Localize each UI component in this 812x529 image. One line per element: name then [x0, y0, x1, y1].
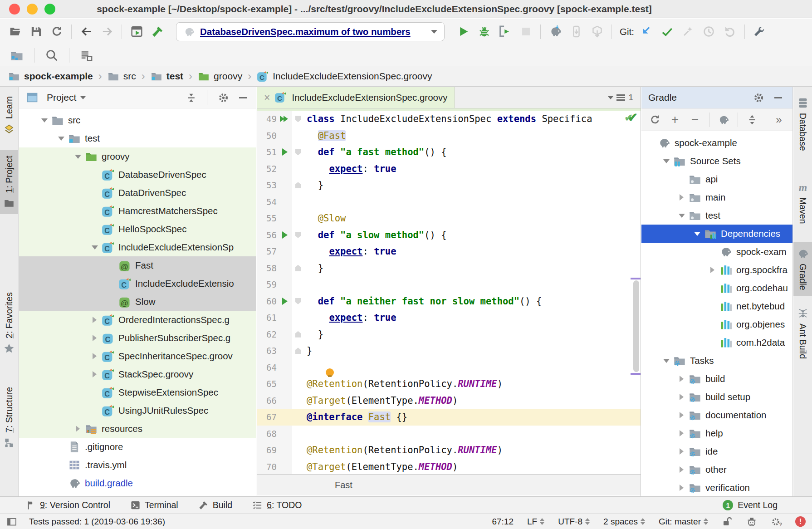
- project-tree-row[interactable]: CDataDrivenSpec: [19, 184, 256, 202]
- code-line[interactable]: 51 def "a fast method"() {: [257, 144, 641, 161]
- tree-open-arrow-icon[interactable]: [39, 115, 50, 126]
- tree-open-arrow-icon[interactable]: [676, 210, 687, 221]
- project-tree-row[interactable]: COrderedInteractionsSpec.g: [19, 311, 256, 329]
- toolwindow-button-terminal[interactable]: Terminal: [130, 500, 178, 510]
- tree-closed-arrow-icon[interactable]: [676, 373, 687, 385]
- gradle-tree-row[interactable]: help: [641, 424, 792, 442]
- gradle-settings-button[interactable]: [751, 90, 766, 105]
- project-tree-row[interactable]: @Slow: [19, 293, 256, 311]
- breadcrumb-item[interactable]: groovy: [198, 70, 242, 82]
- gradle-tree-row[interactable]: test: [641, 206, 792, 225]
- hide-panel-button[interactable]: [235, 90, 250, 105]
- sidebar-tab-structure[interactable]: 7: Structure: [0, 382, 18, 454]
- zoom-window-button[interactable]: [44, 4, 55, 15]
- search-button[interactable]: [39, 46, 65, 65]
- tree-open-arrow-icon[interactable]: [72, 151, 83, 162]
- tree-closed-arrow-icon[interactable]: [676, 410, 687, 421]
- open-button[interactable]: [5, 22, 25, 42]
- project-tree-row[interactable]: groovy: [19, 147, 256, 166]
- gradle-tree-row[interactable]: documentation: [641, 406, 792, 424]
- code-line[interactable]: 60 def "a neither fast nor slow method"(…: [257, 293, 641, 310]
- tree-closed-arrow-icon[interactable]: [676, 446, 687, 457]
- project-tree-row[interactable]: CStepwiseExtensionSpec: [19, 383, 256, 402]
- sidebar-tab-favorites[interactable]: 2: Favorites: [0, 287, 18, 360]
- run-window-button[interactable]: [126, 22, 147, 42]
- project-tree-row[interactable]: .travis.yml: [19, 456, 256, 474]
- gradle-tree-row[interactable]: spock-example: [641, 134, 792, 152]
- sidebar-tab-database[interactable]: Database: [793, 92, 812, 156]
- project-tree-row[interactable]: CSpecInheritanceSpec.groov: [19, 347, 256, 365]
- back-button[interactable]: [76, 22, 97, 42]
- tree-closed-arrow-icon[interactable]: [676, 192, 687, 203]
- project-tree-row[interactable]: CIncludeExcludeExtensio: [19, 274, 256, 293]
- code-line[interactable]: 58 }: [257, 260, 641, 277]
- play-button[interactable]: [453, 22, 474, 42]
- tree-closed-arrow-icon[interactable]: [707, 264, 718, 276]
- add-button[interactable]: +: [665, 110, 685, 129]
- sourcesets-button[interactable]: [4, 46, 30, 65]
- gradle-tree-row[interactable]: org.objenes: [641, 315, 792, 333]
- run-test-icon[interactable]: [277, 116, 291, 122]
- sidebar-tab-project[interactable]: 1: Project: [0, 150, 18, 214]
- code-line[interactable]: 61 expect: true: [257, 309, 641, 326]
- toolwindow-button-todo[interactable]: 6: TODO: [252, 500, 302, 510]
- project-tree-row[interactable]: build.gradle: [19, 474, 256, 492]
- breadcrumb-item[interactable]: CIncludeExcludeExtensionSpec.groovy: [257, 70, 432, 82]
- toolwindow-button-version-control[interactable]: 9: Version Control: [25, 500, 110, 510]
- tree-open-arrow-icon[interactable]: [55, 133, 67, 144]
- fold-marker-icon[interactable]: [292, 149, 304, 155]
- fold-marker-icon[interactable]: [292, 116, 304, 122]
- minimize-window-button[interactable]: [27, 4, 38, 15]
- gradle-tree-row[interactable]: other: [641, 460, 792, 479]
- project-tree-row[interactable]: CIncludeExcludeExtensionSp: [19, 238, 256, 256]
- hammer-green-button[interactable]: [147, 22, 168, 42]
- gradle-tree-row[interactable]: com.h2data: [641, 333, 792, 352]
- indent-widget[interactable]: 2 spaces: [603, 517, 645, 527]
- event-log-button[interactable]: 1Event Log: [723, 500, 778, 510]
- project-view-dropdown-icon[interactable]: [80, 96, 86, 99]
- breadcrumb-item[interactable]: spock-example: [8, 70, 93, 82]
- fold-marker-icon[interactable]: [292, 298, 304, 304]
- project-tree-row[interactable]: CDatabaseDrivenSpec: [19, 166, 256, 184]
- sync-button[interactable]: [46, 22, 67, 42]
- project-tree-row[interactable]: CHelloSpockSpec: [19, 220, 256, 238]
- git-commit-button[interactable]: [657, 22, 678, 42]
- gradle-tree-row[interactable]: build: [641, 370, 792, 388]
- project-tree-row[interactable]: .gitignore: [19, 438, 256, 456]
- project-tree-row[interactable]: test: [19, 129, 256, 147]
- run-test-icon[interactable]: [277, 298, 291, 305]
- editor-tab[interactable]: × C IncludeExcludeExtensionSpec.groovy: [257, 87, 455, 108]
- git-branch-widget[interactable]: Git: master: [659, 517, 708, 527]
- run-test-icon[interactable]: [277, 231, 291, 239]
- expand-all-button[interactable]: [742, 110, 762, 129]
- code-line[interactable]: 67@interface Fast {}: [257, 409, 641, 426]
- sidebar-tab-maven[interactable]: mMaven: [793, 176, 812, 230]
- caret-position-widget[interactable]: 67:12: [492, 517, 514, 527]
- code-line[interactable]: 70@Target(ElementType.METHOD): [257, 459, 641, 475]
- gradle-run-button[interactable]: [545, 22, 566, 42]
- run-configuration-combo[interactable]: DatabaseDrivenSpec.maximum of two number…: [176, 22, 445, 41]
- gradle-tree-row[interactable]: net.bytebud: [641, 297, 792, 315]
- editor-breadcrumb-item[interactable]: Fast: [335, 480, 352, 490]
- gradle-tree-row[interactable]: org.spockfra: [641, 261, 792, 279]
- toolwindow-toggle-icon[interactable]: [6, 516, 17, 527]
- tree-open-arrow-icon[interactable]: [660, 156, 672, 167]
- gradle-button[interactable]: [714, 110, 734, 129]
- fold-marker-icon[interactable]: [292, 331, 304, 338]
- tree-closed-arrow-icon[interactable]: [89, 314, 100, 326]
- save-button[interactable]: [25, 22, 46, 42]
- code-line[interactable]: 57 expect: true: [257, 243, 641, 260]
- code-area[interactable]: 49class IncludeExcludeExtensionSpec exte…: [257, 111, 641, 474]
- project-tree-row[interactable]: resources: [19, 420, 256, 438]
- tree-open-arrow-icon[interactable]: [691, 228, 703, 240]
- project-panel-title[interactable]: Project: [47, 92, 76, 103]
- gradle-tree-row[interactable]: org.codehau: [641, 279, 792, 297]
- more-button[interactable]: »: [769, 110, 789, 129]
- collapse-all-button[interactable]: [183, 90, 199, 105]
- gradle-tree-row[interactable]: api: [641, 170, 792, 188]
- tree-closed-arrow-icon[interactable]: [676, 428, 687, 439]
- tree-open-arrow-icon[interactable]: [89, 242, 100, 253]
- gradle-tree-row[interactable]: main: [641, 188, 792, 206]
- lock-icon[interactable]: [722, 516, 733, 527]
- gradle-tree-row[interactable]: Source Sets: [641, 152, 792, 170]
